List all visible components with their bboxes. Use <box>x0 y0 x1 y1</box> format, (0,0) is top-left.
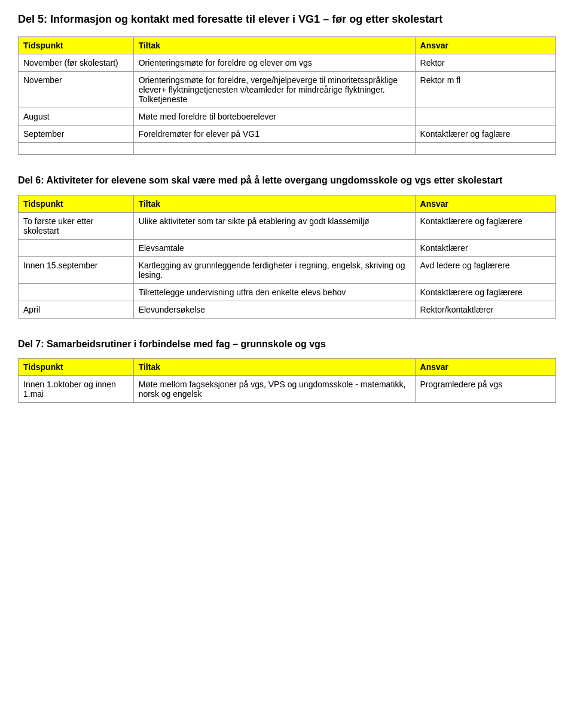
cell-tidspunkt: September <box>19 126 134 143</box>
section-6: Del 6: Aktiviteter for elevene som skal … <box>18 174 556 318</box>
cell-ansvar: Rektor/kontaktlærer <box>415 301 555 318</box>
cell-ansvar: Kontaktlærer og faglære <box>415 126 555 143</box>
cell-tidspunkt: April <box>19 301 134 318</box>
section-7-title: Del 7: Samarbeidsrutiner i forbindelse m… <box>18 338 556 351</box>
table-row: Innen 15.september Kartlegging av grunnl… <box>19 256 556 283</box>
cell-ansvar: Avd ledere og faglærere <box>415 256 555 283</box>
cell-ansvar: Programledere på vgs <box>415 375 555 402</box>
cell-tidspunkt: November <box>19 72 134 108</box>
cell-tiltak: Møte med foreldre til borteboerelever <box>133 108 415 126</box>
cell-tidspunkt: To første uker etter skolestart <box>19 212 134 239</box>
cell-tiltak: Elevundersøkelse <box>133 301 415 318</box>
section-7-table: Tidspunkt Tiltak Ansvar Innen 1.oktober … <box>18 358 556 403</box>
col-header-tiltak-7: Tiltak <box>133 358 415 375</box>
table-row: Tilrettelegge undervisning utfra den enk… <box>19 283 556 301</box>
cell-tiltak: Møte mellom fagseksjoner på vgs, VPS og … <box>133 375 415 402</box>
table-row: September Foreldremøter for elever på VG… <box>19 126 556 143</box>
col-header-tiltak-6: Tiltak <box>133 195 415 212</box>
cell-empty <box>415 143 555 155</box>
cell-tiltak: Orienteringsmøte for foreldre, verge/hje… <box>133 72 415 108</box>
cell-ansvar <box>415 108 555 126</box>
col-header-tidspunkt-5: Tidspunkt <box>19 37 134 54</box>
cell-ansvar: Kontaktlærer <box>415 239 555 256</box>
section-5-title: Del 5: Informasjon og kontakt med foresa… <box>18 12 556 27</box>
table-row: August Møte med foreldre til borteboerel… <box>19 108 556 126</box>
section-5: Del 5: Informasjon og kontakt med foresa… <box>18 12 556 155</box>
section-5-table: Tidspunkt Tiltak Ansvar November (før sk… <box>18 36 556 155</box>
cell-tidspunkt: Innen 1.oktober og innen 1.mai <box>19 375 134 402</box>
cell-empty <box>19 143 134 155</box>
cell-tiltak: Kartlegging av grunnleggende ferdigheter… <box>133 256 415 283</box>
col-header-ansvar-6: Ansvar <box>415 195 555 212</box>
cell-tiltak: Tilrettelegge undervisning utfra den enk… <box>133 283 415 301</box>
table-row-empty <box>19 143 556 155</box>
cell-ansvar: Rektor <box>415 54 555 72</box>
cell-tiltak: Orienteringsmøte for foreldre og elever … <box>133 54 415 72</box>
cell-ansvar: Rektor m fl <box>415 72 555 108</box>
col-header-ansvar-5: Ansvar <box>415 37 555 54</box>
cell-ansvar: Kontaktlærere og faglærere <box>415 212 555 239</box>
table-row: November (før skolestart) Orienteringsmø… <box>19 54 556 72</box>
cell-tiltak: Ulike aktiviteter som tar sikte på etabl… <box>133 212 415 239</box>
section-6-title: Del 6: Aktiviteter for elevene som skal … <box>18 174 556 187</box>
cell-tidspunkt: Innen 15.september <box>19 256 134 283</box>
table-row: November Orienteringsmøte for foreldre, … <box>19 72 556 108</box>
col-header-tidspunkt-6: Tidspunkt <box>19 195 134 212</box>
cell-tiltak: Elevsamtale <box>133 239 415 256</box>
col-header-ansvar-7: Ansvar <box>415 358 555 375</box>
cell-tidspunkt <box>19 239 134 256</box>
cell-tiltak: Foreldremøter for elever på VG1 <box>133 126 415 143</box>
col-header-tiltak-5: Tiltak <box>133 37 415 54</box>
cell-ansvar: Kontaktlærere og faglærere <box>415 283 555 301</box>
table-row: April Elevundersøkelse Rektor/kontaktlær… <box>19 301 556 318</box>
cell-tidspunkt: August <box>19 108 134 126</box>
cell-tidspunkt <box>19 283 134 301</box>
cell-tidspunkt: November (før skolestart) <box>19 54 134 72</box>
table-row: Innen 1.oktober og innen 1.mai Møte mell… <box>19 375 556 402</box>
section-7: Del 7: Samarbeidsrutiner i forbindelse m… <box>18 338 556 403</box>
table-row: Elevsamtale Kontaktlærer <box>19 239 556 256</box>
section-6-table: Tidspunkt Tiltak Ansvar To første uker e… <box>18 195 556 319</box>
col-header-tidspunkt-7: Tidspunkt <box>19 358 134 375</box>
cell-empty <box>133 143 415 155</box>
table-row: To første uker etter skolestart Ulike ak… <box>19 212 556 239</box>
